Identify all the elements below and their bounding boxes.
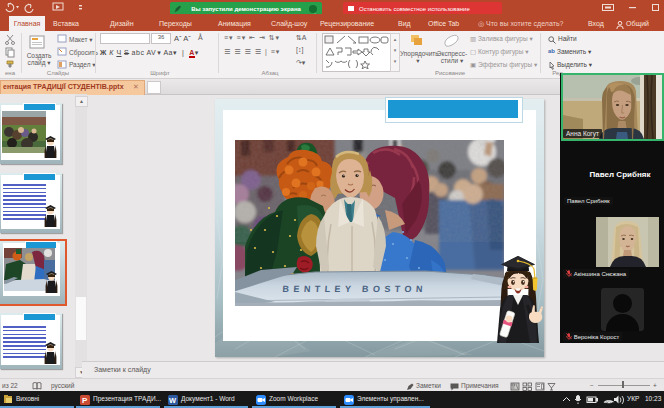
svg-text:BENTLEY BOSTON: BENTLEY BOSTON bbox=[282, 284, 427, 294]
svg-text:W: W bbox=[169, 396, 177, 405]
svg-text:P: P bbox=[82, 396, 88, 405]
